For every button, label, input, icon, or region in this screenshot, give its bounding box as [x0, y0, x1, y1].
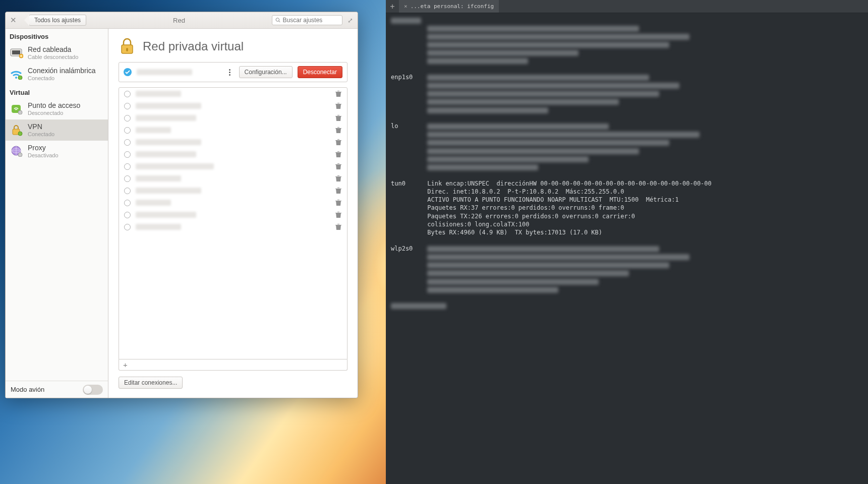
sidebar-item-proxy[interactable]: Proxy Desactivado — [6, 141, 108, 162]
add-vpn-bar: + — [119, 359, 348, 371]
trash-icon[interactable] — [335, 163, 342, 170]
vpn-list-item[interactable] — [119, 88, 347, 100]
sidebar-item-wifi[interactable]: Conexión inalámbrica Conectado — [6, 64, 108, 85]
main-panel: Red privada virtual Configuración... Des… — [108, 29, 358, 398]
vpn-name — [136, 151, 196, 157]
lock-icon — [10, 123, 24, 137]
radio-icon[interactable] — [124, 200, 131, 206]
vpn-list-item[interactable] — [119, 100, 347, 112]
vpn-list-item[interactable] — [119, 136, 347, 148]
trash-icon[interactable] — [335, 175, 342, 182]
vpn-name — [136, 200, 171, 206]
active-vpn-name — [137, 69, 192, 75]
vpn-name — [136, 103, 201, 109]
sidebar-item-label: Conexión inalámbrica — [28, 67, 96, 75]
terminal-tab-title: ...eta personal: ifconfig — [411, 3, 494, 10]
window-title: Red — [90, 17, 268, 24]
trash-icon[interactable] — [335, 139, 342, 146]
terminal-tabbar: + × ...eta personal: ifconfig — [386, 0, 868, 13]
vpn-list-item[interactable] — [119, 112, 347, 124]
vpn-list-item[interactable] — [119, 221, 347, 233]
vpn-list-item[interactable] — [119, 148, 347, 160]
sidebar-item-status: Desconectado — [28, 110, 80, 116]
vpn-list-item[interactable] — [119, 209, 347, 221]
vpn-name — [136, 127, 171, 133]
sidebar-item-status: Cable desconectado — [28, 54, 78, 60]
close-icon[interactable]: ✕ — [10, 16, 17, 25]
search-input-wrap[interactable] — [272, 15, 342, 25]
svg-rect-1 — [12, 50, 20, 54]
trash-icon[interactable] — [335, 211, 342, 218]
vpn-list — [119, 87, 348, 359]
connected-check-icon — [124, 68, 132, 76]
trash-icon[interactable] — [335, 102, 342, 109]
active-vpn-row: Configuración... Desconectar — [119, 62, 348, 82]
trash-icon[interactable] — [335, 151, 342, 158]
trash-icon[interactable] — [335, 114, 342, 122]
search-input[interactable] — [283, 17, 339, 24]
sidebar-item-label: VPN — [28, 123, 54, 131]
section-devices-label: Dispositivos — [6, 29, 108, 42]
trash-icon[interactable] — [335, 223, 342, 230]
vpn-list-item[interactable] — [119, 197, 347, 209]
airplane-mode-label: Modo avión — [11, 386, 44, 393]
radio-icon[interactable] — [124, 212, 131, 218]
search-icon — [275, 17, 281, 23]
vpn-list-item[interactable] — [119, 124, 347, 136]
titlebar: ✕ Todos los ajustes Red ⤢ — [6, 12, 358, 29]
radio-icon[interactable] — [124, 91, 131, 97]
add-icon[interactable]: + — [123, 361, 128, 369]
svg-point-6 — [18, 110, 22, 114]
configure-button[interactable]: Configuración... — [239, 66, 293, 78]
radio-icon[interactable] — [124, 127, 131, 134]
sidebar-item-label: Proxy — [28, 144, 59, 152]
vpn-list-item[interactable] — [119, 172, 347, 185]
sidebar-item-hotspot[interactable]: Punto de acceso Desconectado — [6, 98, 108, 119]
lock-icon — [119, 38, 136, 55]
trash-icon[interactable] — [335, 90, 342, 97]
radio-icon[interactable] — [124, 115, 131, 122]
radio-icon[interactable] — [124, 151, 131, 158]
ethernet-icon — [10, 46, 24, 60]
svg-point-3 — [15, 77, 17, 79]
trash-icon[interactable] — [335, 187, 342, 194]
svg-point-4 — [18, 76, 22, 80]
menu-icon[interactable] — [226, 68, 234, 77]
vpn-name — [136, 175, 181, 182]
radio-icon[interactable] — [124, 103, 131, 109]
sidebar-item-label: Punto de acceso — [28, 101, 80, 110]
vpn-name — [136, 115, 196, 121]
disconnect-button[interactable]: Desconectar — [298, 66, 342, 78]
radio-icon[interactable] — [124, 163, 131, 170]
airplane-mode-toggle[interactable] — [83, 385, 103, 395]
radio-icon[interactable] — [124, 188, 131, 194]
sidebar-item-vpn[interactable]: VPN Conectado — [6, 119, 108, 141]
sidebar-item-status: Conectado — [28, 75, 96, 82]
network-settings-window: ✕ Todos los ajustes Red ⤢ Dispositivos R… — [5, 12, 358, 398]
terminal-window: + × ...eta personal: ifconfig enp1s0 lo — [386, 0, 868, 484]
radio-icon[interactable] — [124, 139, 131, 146]
sidebar-item-status: Conectado — [28, 131, 54, 138]
new-tab-icon[interactable]: + — [386, 2, 399, 11]
trash-icon[interactable] — [335, 199, 342, 206]
close-icon[interactable]: × — [404, 3, 408, 10]
vpn-name — [136, 163, 214, 169]
wifi-icon — [10, 67, 24, 81]
terminal-tab[interactable]: × ...eta personal: ifconfig — [399, 0, 499, 13]
trash-icon[interactable] — [335, 127, 342, 134]
radio-icon[interactable] — [124, 224, 131, 230]
section-virtual-label: Virtual — [6, 85, 108, 98]
sidebar: Dispositivos Red cableada Cable desconec… — [6, 29, 108, 398]
proxy-icon — [10, 144, 24, 158]
sidebar-item-label: Red cableada — [28, 45, 78, 54]
vpn-list-item[interactable] — [119, 160, 347, 172]
svg-rect-13 — [126, 48, 128, 51]
back-button[interactable]: Todos los ajustes — [29, 15, 86, 26]
edit-connections-button[interactable]: Editar conexiones... — [119, 377, 183, 389]
vpn-name — [136, 91, 181, 97]
maximize-icon[interactable]: ⤢ — [346, 17, 354, 24]
radio-icon[interactable] — [124, 175, 131, 182]
sidebar-item-wired[interactable]: Red cableada Cable desconectado — [6, 42, 108, 64]
terminal-output[interactable]: enp1s0 lo tun0 Link encap:UNSPEC direcci… — [386, 13, 868, 484]
vpn-list-item[interactable] — [119, 185, 347, 197]
